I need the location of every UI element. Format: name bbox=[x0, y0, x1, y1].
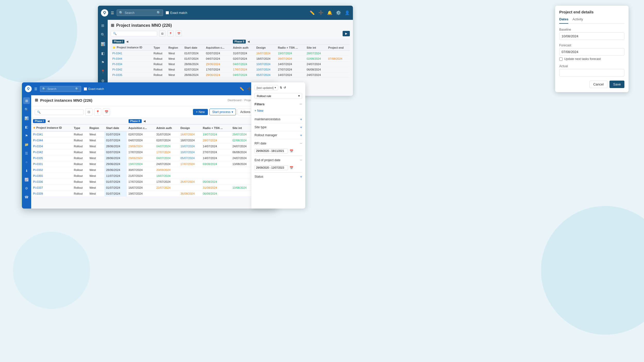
front-exact-match-checkbox[interactable] bbox=[84, 87, 87, 91]
back-col-type[interactable]: Type bbox=[152, 45, 167, 51]
back-pencil-icon[interactable]: ✏️ bbox=[310, 10, 315, 15]
rfi-calendar-icon[interactable]: 📅 bbox=[290, 149, 293, 153]
front-col-radio-header[interactable]: Radio + TSN ... bbox=[201, 124, 231, 131]
front-sidebar-monitor[interactable]: ◧ bbox=[23, 124, 30, 130]
back-col-end[interactable]: Project end bbox=[327, 45, 350, 51]
front-sidebar-gear[interactable]: ⚙ bbox=[23, 185, 30, 192]
back-user-icon[interactable]: 👤 bbox=[345, 10, 350, 15]
front-view-toggle-btn[interactable]: ⊡ bbox=[85, 108, 92, 116]
filter-rollout-manager[interactable]: Rollout manager + bbox=[255, 131, 302, 139]
front-sidebar-chart2[interactable]: 📈 bbox=[23, 176, 30, 183]
actual-input[interactable] bbox=[559, 69, 624, 76]
front-col-type-header[interactable]: Type bbox=[72, 124, 88, 131]
forecast-input[interactable] bbox=[559, 48, 624, 56]
front-row-5[interactable]: PI-0335RolloutWest 28/06/2024 29/06/2024… bbox=[31, 155, 277, 161]
back-col-design[interactable]: Design bbox=[255, 45, 276, 51]
filter-status-icon[interactable]: + bbox=[300, 175, 302, 179]
back-settings-icon[interactable]: ⚙️ bbox=[336, 10, 341, 15]
back-calendar-btn[interactable]: 📅 bbox=[176, 30, 182, 37]
front-location-btn[interactable]: 📍 bbox=[94, 108, 101, 116]
front-sidebar-home[interactable]: ⊞ bbox=[23, 97, 30, 104]
front-phase1-back[interactable]: ◀ bbox=[47, 120, 49, 123]
front-row-2[interactable]: PI-0344RolloutWest 01/07/2024 04/07/2024… bbox=[31, 137, 277, 143]
back-bell-icon[interactable]: 🔔 bbox=[327, 10, 332, 15]
back-sidebar-home[interactable]: ⊞ bbox=[99, 22, 106, 29]
front-add-icon[interactable]: ➕ bbox=[247, 87, 251, 91]
cancel-button[interactable]: Cancel bbox=[589, 81, 607, 88]
new-button[interactable]: + New bbox=[193, 109, 208, 115]
back-col-start[interactable]: Start date bbox=[183, 45, 204, 51]
front-row-3[interactable]: PI-0334RolloutWest 28/06/2024 29/06/2024… bbox=[31, 143, 277, 149]
back-table-search[interactable]: 🔍 bbox=[111, 31, 157, 36]
back-search-box[interactable]: 🔍 Search 🔍 bbox=[117, 10, 163, 16]
front-col-design-header[interactable]: Design bbox=[179, 124, 201, 131]
back-exact-match[interactable]: Exact match bbox=[166, 11, 187, 15]
front-col-start-header[interactable]: Start date bbox=[104, 124, 127, 131]
baseline-input[interactable] bbox=[559, 32, 624, 40]
breadcrumb-dashboard[interactable]: Dashboard bbox=[228, 99, 242, 102]
back-phase2-back[interactable]: ◀ bbox=[248, 40, 250, 43]
front-row-8[interactable]: PI-0355RolloutWest 11/07/2024 21/07/2024… bbox=[31, 173, 277, 179]
front-search-submit[interactable]: 🔍 bbox=[75, 87, 79, 91]
filter-site-type-icon[interactable]: + bbox=[300, 125, 302, 129]
back-row-3[interactable]: PI-0334RolloutWest 28/06/202429/06/20240… bbox=[111, 62, 350, 67]
front-row-10[interactable]: PI-0337RolloutWest 01/07/2024 16/07/2024… bbox=[31, 185, 277, 191]
back-sidebar-search[interactable]: 🔍 bbox=[99, 31, 106, 38]
front-sidebar-chart[interactable]: 📊 bbox=[23, 115, 30, 122]
back-col-admin[interactable]: Admin auth bbox=[231, 45, 255, 51]
front-row-7[interactable]: PI-0332RolloutWest 28/06/2024 30/07/2024… bbox=[31, 167, 277, 173]
front-phase2-back[interactable]: ◀ bbox=[143, 120, 146, 123]
filter-maintenancestatus[interactable]: maintenancestatus + bbox=[255, 115, 302, 123]
back-menu-icon[interactable]: ☰ bbox=[111, 11, 114, 15]
back-phase1-back[interactable]: ◀ bbox=[126, 40, 128, 43]
front-pencil-icon[interactable]: ✏️ bbox=[240, 87, 244, 91]
sort-icon-btn[interactable]: ⇅ bbox=[280, 86, 282, 89]
front-sidebar-search[interactable]: 🔍 bbox=[23, 106, 30, 113]
back-row-1[interactable]: PI-0341RolloutWest 01/07/202402/07/20243… bbox=[111, 51, 350, 56]
back-col-id[interactable]: ⭐ Project instance ID bbox=[111, 45, 152, 51]
filter-rollout-manager-icon[interactable]: + bbox=[300, 133, 302, 137]
back-col-site[interactable]: Site int bbox=[305, 45, 327, 51]
panel-tab-activity[interactable]: Activity bbox=[572, 17, 583, 23]
back-view-toggle[interactable]: ⊡ bbox=[159, 30, 165, 37]
front-menu-icon[interactable]: ☰ bbox=[34, 87, 37, 91]
front-sidebar-list[interactable]: ☰ bbox=[23, 150, 30, 157]
back-sidebar-chart[interactable]: 📊 bbox=[99, 40, 106, 48]
back-row-2[interactable]: PI-0344RolloutWest 01/07/202404/07/20240… bbox=[111, 56, 350, 62]
back-row-5[interactable]: PI-0335RolloutWest 28/06/202429/06/20240… bbox=[111, 72, 350, 78]
front-table-search-wrap[interactable]: 🔍 bbox=[35, 109, 84, 115]
front-sidebar-circle[interactable]: ○ bbox=[23, 159, 30, 165]
back-sidebar-location[interactable]: 📍 bbox=[99, 68, 106, 75]
front-sidebar-flag[interactable]: ⚑ bbox=[23, 132, 30, 139]
front-col-admin-header[interactable]: Admin auth bbox=[155, 124, 179, 131]
filter-status[interactable]: Status + bbox=[255, 173, 302, 180]
front-exact-match[interactable]: Exact match bbox=[84, 87, 104, 91]
front-row-11[interactable]: PI-0339RolloutWest 01/07/2024 19/07/2024… bbox=[31, 191, 277, 197]
front-row-9[interactable]: PI-0336RolloutWest 01/07/2024 17/07/2024… bbox=[31, 179, 277, 185]
back-sidebar-layers[interactable]: ◧ bbox=[99, 50, 106, 57]
back-col-radio[interactable]: Radio + TSN ... bbox=[276, 45, 305, 51]
front-sidebar-folder[interactable]: 📁 bbox=[23, 141, 30, 148]
save-button[interactable]: Save bbox=[609, 81, 624, 88]
filter-site-type[interactable]: Site type + bbox=[255, 123, 302, 131]
filter-maintenancestatus-icon[interactable]: + bbox=[300, 117, 302, 121]
front-row-1[interactable]: PI-0341RolloutWest 01/07/2024 02/07/2024… bbox=[31, 131, 277, 137]
back-col-region[interactable]: Region bbox=[167, 45, 183, 51]
filter-end-project-icon[interactable]: − bbox=[300, 158, 302, 162]
filters-minus[interactable]: − bbox=[299, 101, 302, 107]
sort-dropdown[interactable]: [last updated] ▾ bbox=[255, 85, 278, 90]
front-search-box[interactable]: 🔍 Search 🔍 bbox=[40, 86, 81, 92]
front-col-acq-header[interactable]: Aquisition c... bbox=[127, 124, 155, 131]
front-sidebar-download[interactable]: ⬇ bbox=[23, 167, 30, 174]
filter-rfi-date[interactable]: RFI date − bbox=[255, 139, 302, 148]
back-col-acq[interactable]: Aquisition c... bbox=[204, 45, 231, 51]
refresh-btn[interactable]: ↺ bbox=[284, 86, 286, 89]
rollout-rule-select[interactable]: Rollout rule ▾ bbox=[255, 93, 302, 99]
front-sidebar-phone[interactable]: ☎ bbox=[23, 194, 30, 200]
front-row-6[interactable]: PI-0331RolloutWest 29/06/2024 19/07/2024… bbox=[31, 161, 277, 167]
back-add-icon[interactable]: ➕ bbox=[318, 10, 324, 15]
back-exact-match-checkbox[interactable] bbox=[166, 11, 169, 14]
add-new-filter-btn[interactable]: + New bbox=[255, 109, 302, 113]
update-forecast-row[interactable]: Update next tasks forecast bbox=[559, 57, 624, 61]
filter-rfi-date-icon[interactable]: − bbox=[300, 141, 302, 146]
